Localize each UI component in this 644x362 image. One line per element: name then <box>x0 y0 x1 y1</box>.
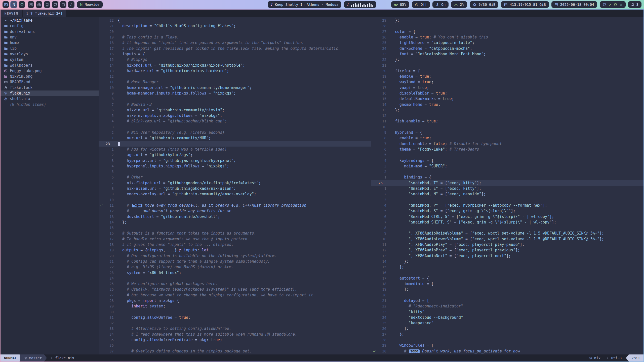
code-line[interactable]: 24 <box>99 276 371 281</box>
code-line[interactable]: 3 <box>99 124 371 130</box>
code-line[interactable]: 8 <box>99 96 371 102</box>
code-line[interactable]: 10 <box>99 197 371 203</box>
code-line[interactable]: 22{ <box>99 18 371 23</box>
code-line[interactable]: 22 # "kdeconnect-indicator" <box>371 303 643 309</box>
code-line[interactable]: 15 defaultBookmarks = true; <box>371 96 643 102</box>
code-line[interactable]: 4 keybindings = { <box>371 158 643 163</box>
code-line[interactable]: 4 "$mainMod, P" = ["exec, hyprpicker --a… <box>371 203 643 208</box>
code-line[interactable]: 23 font = "JetBrainsMono Nerd Font Mono"… <box>371 51 643 57</box>
code-line[interactable]: 21 <box>371 62 643 68</box>
code-line[interactable]: 9 home-manager.inputs.nixpkgs.follows = … <box>99 90 371 96</box>
editor-pane-left[interactable]: 22{21 description = "ChUrl's NixOS confi… <box>99 17 371 354</box>
code-line[interactable]: 6 theme = "Foggy-Lake"; # Three-Bears <box>371 147 643 152</box>
code-line[interactable]: 3 main-mod = "SUPER"; <box>371 163 643 169</box>
code-line[interactable]: 5 <box>371 152 643 158</box>
code-line[interactable]: 4 hyprpanel.inputs.nixpkgs.follows = "ni… <box>99 163 371 169</box>
tree-item-~/NixFlake[interactable]: ~/NixFlake <box>1 18 99 23</box>
code-line[interactable]: 22 }; <box>371 57 643 62</box>
code-line[interactable]: 23 "kitty" <box>371 309 643 314</box>
code-line[interactable]: 1 nur.url = "github:nix-community/NUR"; <box>99 135 371 141</box>
code-line[interactable]: 17 autostart = { <box>371 276 643 281</box>
code-line[interactable]: 8 nix-alien.url = "github:thiagokokada/n… <box>99 186 371 191</box>
code-line[interactable]: 8 enable = true; <box>371 135 643 141</box>
code-line[interactable]: 2 "$mainMod, N" = ["exec, neovide"]; <box>371 191 643 197</box>
editor-pane-right[interactable]: 29 };2827 color = {26 enable = true; # Y… <box>371 17 643 354</box>
code-line[interactable]: 26 # Usually, "nixpkgs.legacyPackages.${… <box>99 287 371 292</box>
code-line[interactable]: 9 emacs-overlay.url = "github:nix-commun… <box>99 191 371 197</box>
code-line[interactable]: 27 # but because we want to change the n… <box>99 292 371 298</box>
code-line[interactable]: 13 }; <box>371 107 643 113</box>
code-line[interactable]: 19 outputs = {nixpkgs, ...} @ inputs: le… <box>99 247 371 253</box>
code-line[interactable]: 35 config.allowUnfreePredicate = pkg: tr… <box>99 337 371 343</box>
workspace-camera-icon[interactable] <box>36 1 42 8</box>
code-line[interactable]: 32 <box>99 320 371 326</box>
code-line[interactable]: 16 # Outputs is a function that takes th… <box>99 231 371 236</box>
code-line[interactable]: 28 pkgs = import nixpkgs { <box>99 298 371 303</box>
code-line[interactable]: 36 <box>99 343 371 348</box>
code-line[interactable]: 15 }; <box>371 264 643 270</box>
code-line[interactable]: 20 <box>99 29 371 34</box>
tree-item-README.md[interactable]: README.md <box>1 79 99 85</box>
code-line[interactable]: 30 <box>99 309 371 314</box>
code-line[interactable]: 16 <box>371 270 643 275</box>
code-line[interactable]: 1 # Ags for widgets (this was a terrible… <box>99 147 371 152</box>
code-line[interactable]: 10 ", XF86AudioLowerVolume" = ["exec, wp… <box>371 236 643 242</box>
code-line[interactable]: 1 "$mainMod, E" = ["exec, kitty"]; <box>371 186 643 191</box>
code-line[interactable]: 30 # TODO Doesn't work, use focus_on_act… <box>371 348 643 354</box>
code-line[interactable]: 7 # NeoVim <3 <box>99 102 371 107</box>
code-line[interactable]: 25 lightScheme = "catppuccin-latte"; <box>371 40 643 46</box>
workspace-box-icon[interactable] <box>60 1 66 8</box>
code-line[interactable]: 23 system = "x86_64-linux"; <box>99 270 371 275</box>
code-line[interactable]: 3 <box>371 197 643 203</box>
tree-item-shell.nix[interactable]: shell.nix <box>1 96 99 102</box>
code-line[interactable]: 33 # Alternative to setting config.allow… <box>99 326 371 331</box>
code-line[interactable]: 17 # The inputs' git revisions get locke… <box>99 46 371 51</box>
code-line[interactable]: 7 dunst.enable = false; # Disable for hy… <box>371 141 643 147</box>
code-line[interactable]: 7 nix-flatpak.url = "github:gmodena/nix-… <box>99 180 371 186</box>
code-line[interactable]: 15 <box>99 225 371 231</box>
code-line[interactable]: 22 # e.g. NixOS (linux) and MacOS (darwi… <box>99 264 371 270</box>
code-line[interactable]: 20 firefox = { <box>371 68 643 74</box>
code-line[interactable]: 5 "$mainMod, S" = ["exec, grim -g \"$(sl… <box>371 208 643 214</box>
code-line[interactable]: 19 # This config is a Flake. <box>99 34 371 40</box>
code-line[interactable]: 8 <box>371 225 643 231</box>
code-line[interactable]: 23 <box>99 141 371 147</box>
code-line[interactable]: 14 nixpkgs.url = "github:nixos/nixpkgs/n… <box>99 62 371 68</box>
code-line[interactable]: 12 ", XF86AudioPrev" = ["exec, playerctl… <box>371 247 643 253</box>
code-line[interactable]: 25 "keepassxc" <box>371 320 643 326</box>
code-line[interactable]: 2 ags.url = "github:Aylur/ags"; <box>99 152 371 158</box>
code-line[interactable]: 19 ]; <box>371 287 643 292</box>
code-line[interactable]: 20 <box>371 292 643 298</box>
code-line[interactable]: 16 inputs = { <box>99 51 371 57</box>
code-line[interactable]: 4 # blink-cmp.url = "github:saghen/blink… <box>99 118 371 124</box>
idle-toggle-widget[interactable]: Off <box>412 1 430 8</box>
code-line[interactable]: 28 <box>371 23 643 29</box>
tree-item-env[interactable]: env <box>1 34 99 40</box>
git-branch-segment[interactable]: master <box>20 354 47 361</box>
code-line[interactable]: 11 ", XF86AudioPlay" = ["exec, playerctl… <box>371 242 643 247</box>
tree-item-flake.nix[interactable]: flake.nix <box>1 90 99 96</box>
code-line[interactable]: 29 inherit system; <box>99 303 371 309</box>
code-line[interactable]: 14 gnomeTheme = true; <box>371 102 643 107</box>
code-line[interactable]: 24 "nextcloud --background" <box>371 315 643 320</box>
workspace-music-note-icon[interactable]: ♪ <box>68 1 74 8</box>
code-line[interactable]: 12 <box>371 113 643 118</box>
code-line[interactable]: 10 <box>371 124 643 130</box>
tree-item-Foggy-Lake.png[interactable]: Foggy-Lake.png <box>1 68 99 74</box>
code-line[interactable]: 13 hardware.url = "github:nixos/nixos-ha… <box>99 68 371 74</box>
code-line[interactable]: 1 bindings = { <box>371 174 643 180</box>
code-line[interactable]: 28 <box>371 337 643 343</box>
code-line[interactable]: 29 windowrules = [ <box>371 343 643 348</box>
code-line[interactable]: 11 # Home Manager <box>99 79 371 85</box>
code-line[interactable]: 21 # Configs can support more than a sin… <box>99 259 371 264</box>
code-line[interactable]: 12 <box>99 74 371 79</box>
tree-item-system[interactable]: system <box>1 57 99 62</box>
workspace-chat-icon[interactable] <box>52 1 58 8</box>
workspace-neovide[interactable]: N <box>11 1 17 8</box>
battery-widget[interactable]: 85% <box>391 1 409 8</box>
cpu-widget[interactable]: 2% <box>451 1 467 8</box>
code-line[interactable]: 5 nixvim.inputs.nixpkgs.follows = "nixpk… <box>99 113 371 118</box>
code-line[interactable]: 15 # Nixpkgs <box>99 57 371 62</box>
tree-item-NixVim.png[interactable]: NixVim.png <box>1 74 99 79</box>
code-line[interactable]: 18 # It gives the name "inputs" to the .… <box>99 242 371 247</box>
